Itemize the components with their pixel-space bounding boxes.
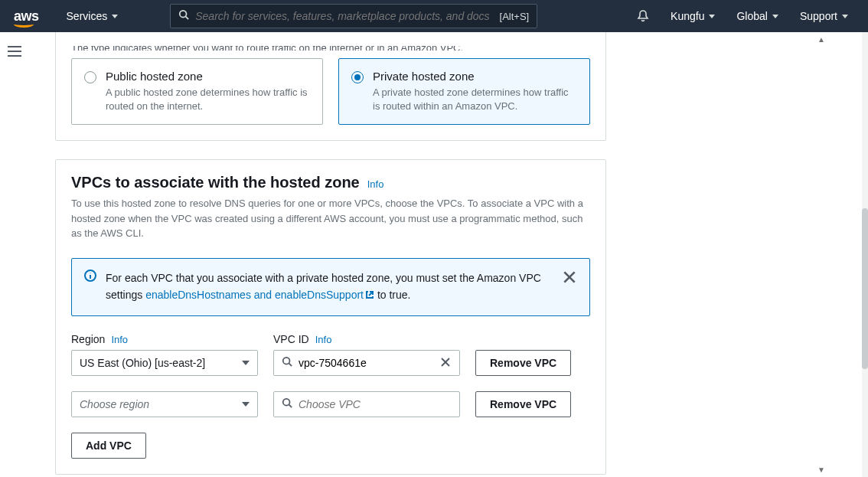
private-zone-desc: A private hosted zone determines how tra… (373, 86, 577, 113)
zone-type-options: Public hosted zone A public hosted zone … (71, 58, 590, 125)
private-zone-title: Private hosted zone (373, 70, 577, 83)
svg-point-8 (283, 358, 290, 364)
search-icon (282, 356, 292, 369)
hosted-zone-type-panel: The type indicates whether you want to r… (55, 32, 606, 141)
dns-settings-link[interactable]: enableDnsHostnames and enableDnsSupport (145, 289, 374, 301)
search-icon (178, 9, 189, 23)
region-label: Global (736, 10, 767, 22)
search-shortcut: [Alt+S] (500, 11, 530, 22)
notifications-button[interactable] (631, 10, 655, 22)
scrollbar-track[interactable] (862, 32, 868, 477)
add-vpc-button[interactable]: Add VPC (71, 433, 146, 459)
svg-line-13 (289, 405, 292, 408)
vpc-settings-info-alert: For each VPC that you associate with a p… (71, 258, 590, 316)
hamburger-icon[interactable] (8, 46, 21, 57)
clear-input-button[interactable] (439, 357, 452, 369)
info-link[interactable]: Info (315, 334, 332, 345)
vpc-id-field-label: VPC ID (273, 333, 309, 345)
remove-vpc-button[interactable]: Remove VPC (475, 350, 571, 376)
radio-icon (84, 71, 96, 83)
svg-line-1 (186, 17, 189, 20)
svg-point-12 (283, 399, 290, 406)
vpc-helptext: To use this hosted zone to resolve DNS q… (71, 196, 590, 241)
region-field-label: Region (71, 333, 105, 345)
account-label: Kungfu (671, 10, 704, 22)
caret-down-icon (709, 15, 715, 18)
external-link-icon (365, 287, 374, 304)
scroll-up-icon[interactable]: ▲ (817, 35, 825, 44)
vpc-row: Choose region Remove VPC (71, 391, 590, 417)
public-zone-title: Public hosted zone (106, 70, 310, 83)
svg-point-0 (180, 11, 187, 18)
region-select-value: US East (Ohio) [us-east-2] (80, 357, 205, 369)
svg-point-4 (90, 273, 91, 273)
services-menu[interactable]: Services (60, 0, 125, 32)
region-select[interactable]: Choose region (71, 391, 258, 417)
region-select[interactable]: US East (Ohio) [us-east-2] (71, 350, 258, 376)
search-icon (282, 397, 292, 410)
info-icon (84, 270, 96, 285)
global-search: [Alt+S] (170, 4, 537, 28)
type-helptext: The type indicates whether you want to r… (71, 46, 590, 51)
radio-icon (351, 71, 364, 83)
info-alert-message: For each VPC that you associate with a p… (106, 270, 553, 305)
support-label: Support (800, 10, 837, 22)
info-link[interactable]: Info (367, 178, 384, 190)
vpc-associate-panel: VPCs to associate with the hosted zone I… (55, 159, 606, 474)
private-zone-option[interactable]: Private hosted zone A private hosted zon… (338, 58, 590, 125)
vpc-id-text-input[interactable] (299, 398, 452, 410)
caret-down-icon (772, 15, 778, 18)
vpc-row: Region Info US East (Ohio) [us-east-2] V… (71, 333, 590, 376)
region-select-placeholder: Choose region (80, 398, 149, 410)
vpc-id-text-input[interactable] (299, 357, 439, 369)
public-zone-option[interactable]: Public hosted zone A public hosted zone … (71, 58, 323, 125)
scrollbar-thumb[interactable] (862, 208, 868, 369)
side-drawer-toggle-area (0, 32, 29, 477)
region-menu[interactable]: Global (730, 10, 784, 22)
caret-down-icon (242, 402, 250, 407)
caret-down-icon (242, 361, 250, 365)
vpc-id-input[interactable] (273, 350, 460, 376)
vpc-id-input[interactable] (273, 391, 460, 417)
search-input[interactable] (195, 10, 499, 22)
aws-logo[interactable]: aws (14, 8, 39, 25)
top-navigation: aws Services [Alt+S] Kungfu Global Suppo… (0, 0, 868, 32)
account-menu[interactable]: Kungfu (664, 10, 721, 22)
support-menu[interactable]: Support (794, 10, 854, 22)
caret-down-icon (842, 15, 848, 18)
dismiss-alert-button[interactable] (562, 270, 577, 288)
caret-down-icon (112, 15, 118, 18)
info-link[interactable]: Info (111, 334, 128, 345)
svg-line-9 (289, 364, 292, 367)
search-box[interactable]: [Alt+S] (170, 4, 537, 28)
vpc-section-heading: VPCs to associate with the hosted zone (71, 174, 360, 191)
scroll-down-icon[interactable]: ▼ (817, 466, 825, 474)
remove-vpc-button[interactable]: Remove VPC (475, 391, 571, 417)
public-zone-desc: A public hosted zone determines how traf… (106, 86, 310, 113)
services-label: Services (67, 10, 108, 22)
